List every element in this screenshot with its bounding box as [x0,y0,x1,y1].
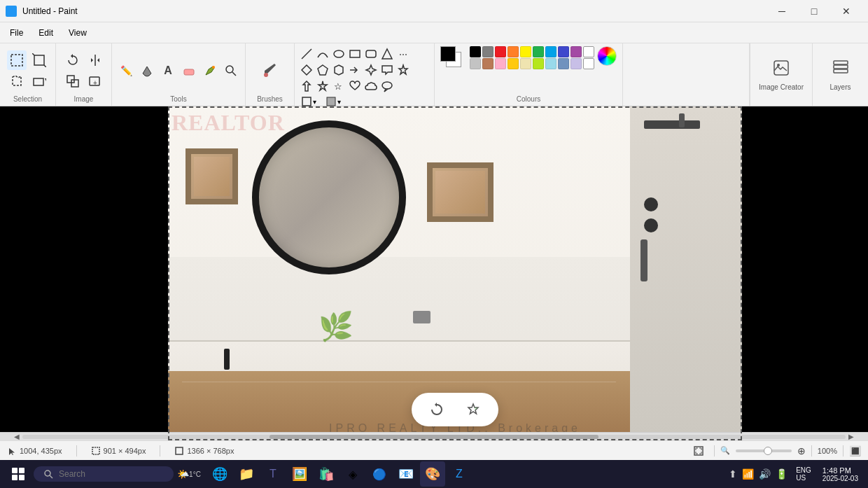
taskbar-zoom[interactable]: Z [447,461,472,487]
taskbar-mail[interactable]: 📧 [393,461,419,487]
zoom-reset[interactable]: 🔳 [849,445,861,456]
zoom-thumb[interactable] [764,447,772,455]
shapes-more[interactable]: ⋯ [396,46,411,62]
brush-tool[interactable] [258,58,283,83]
star-float-btn[interactable] [462,398,484,421]
color-swatch-yellow[interactable] [520,46,531,57]
menu-file[interactable]: File [3,25,30,41]
arrow-shapes[interactable] [299,78,314,94]
foreground-color[interactable] [440,46,456,62]
win-logo-q4 [19,475,24,480]
color-swatch-red[interactable] [495,46,506,57]
fit-screen-btn[interactable] [689,441,708,461]
eraser-tool[interactable] [179,61,199,81]
taskbar-photos[interactable]: 🖼️ [287,461,312,487]
color-swatch-white[interactable] [583,46,594,57]
speech-shape[interactable] [379,78,395,94]
svg-rect-4 [34,78,43,85]
tray-icon-4[interactable]: 🔋 [774,468,789,480]
color-swatch-steelblue[interactable] [558,58,569,69]
text-tool[interactable]: A [158,61,178,81]
zoom-slider[interactable] [736,449,792,452]
color-swatch-blue[interactable] [558,46,569,57]
layers-section[interactable]: Layers [812,43,868,106]
taskbar-search-box[interactable] [34,466,174,482]
image-creator-section[interactable]: Image Creator [750,43,812,106]
taskbar-explorer[interactable]: 📁 [234,461,259,487]
tray-icon-1[interactable]: ⬆ [727,468,738,480]
color-swatch-lavender[interactable] [570,58,582,69]
triangle-shape[interactable] [379,46,395,62]
color-swatch-pink[interactable] [495,58,506,69]
zoom-in-btn[interactable]: ⊕ [797,445,806,456]
resize-tool[interactable] [63,71,83,91]
cloud-shape[interactable] [363,78,379,94]
scroll-right-arrow[interactable]: ▶ [846,433,857,440]
taskbar-paint-active[interactable]: 🎨 [420,461,445,487]
color-swatch-purple[interactable] [570,46,582,57]
curve-shape[interactable] [315,46,330,62]
color-picker-wheel[interactable] [597,46,617,66]
menu-view[interactable]: View [62,25,94,41]
rectangular-select-tool[interactable] [7,50,27,70]
color-swatch-cyan[interactable] [545,46,556,57]
star-shape3[interactable]: ☆ [331,78,346,94]
taskbar-chrome[interactable]: 🔵 [367,461,392,487]
color-swatch-green[interactable] [533,46,544,57]
win-logo-q3 [12,475,18,480]
color-picker-tool[interactable] [200,61,220,81]
star5-shape[interactable] [396,62,411,78]
rotate-float-btn[interactable] [426,398,448,421]
color-swatch-white2[interactable] [583,58,594,69]
star4-shape[interactable] [363,62,379,78]
tray-icon-3[interactable]: 🔊 [757,468,772,480]
pencil-tool[interactable]: ✏️ [116,61,136,81]
color-swatch-gold[interactable] [507,58,519,69]
color-swatch-black[interactable] [470,46,481,57]
maximize-button[interactable]: □ [798,0,830,22]
fill-tool[interactable] [137,61,157,81]
rect-shape[interactable] [347,46,363,62]
taskbar-widgets[interactable]: 🌤️1°C [176,461,202,487]
select-dropdown[interactable] [29,71,49,91]
color-row-2 [470,58,594,69]
arrow-right-shape[interactable] [347,62,363,78]
color-swatch-lime[interactable] [533,58,544,69]
clock[interactable]: 1:48 PM 2025-02-03 [818,465,862,484]
minimize-button[interactable]: ─ [766,0,798,22]
close-button[interactable]: ✕ [830,0,862,22]
scroll-left-arrow[interactable]: ◀ [11,433,22,440]
color-swatch-gray[interactable] [482,46,493,57]
oval-shape[interactable] [331,46,346,62]
heart-shape[interactable] [347,78,363,94]
color-swatch-lightblue[interactable] [545,58,556,69]
language-indicator[interactable]: ENG US [792,465,816,483]
pentagon-shape[interactable] [315,62,330,78]
image-add[interactable]: + [85,71,105,91]
search-input[interactable] [59,469,157,479]
taskbar-store[interactable]: 🛍️ [314,461,339,487]
diamond-shape[interactable] [299,62,314,78]
star-shape2[interactable] [315,78,330,94]
color-swatch-cream[interactable] [520,58,531,69]
rounded-rect-shape[interactable] [363,46,379,62]
canvas-content[interactable]: REALTOR 🌿 [168,106,742,440]
hexagon-shape[interactable] [331,62,346,78]
taskbar-teams[interactable]: T [260,461,286,487]
color-swatch-brown[interactable] [482,58,493,69]
zoom-out-btn[interactable]: 🔍 [720,446,730,455]
color-swatch-silver[interactable] [470,58,481,69]
magnifier-tool[interactable] [221,61,241,81]
crop-tool[interactable] [29,50,49,70]
flip-dropdown[interactable] [85,50,105,70]
tray-icon-2[interactable]: 📶 [741,468,755,480]
line-shape[interactable] [299,46,314,62]
taskbar-edge[interactable]: 🌐 [207,461,232,487]
rotate-tool[interactable] [63,50,83,70]
callout-shape[interactable] [379,62,395,78]
menu-edit[interactable]: Edit [31,25,60,41]
taskbar-vscode[interactable]: ◈ [340,461,365,487]
start-button[interactable] [6,461,31,487]
color-swatch-orange[interactable] [507,46,519,57]
free-select-tool[interactable] [7,71,27,91]
